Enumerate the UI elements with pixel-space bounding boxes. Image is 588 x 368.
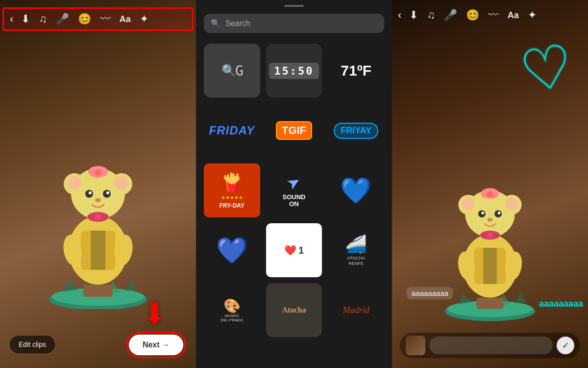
svg-point-20: [89, 191, 92, 194]
svg-point-49: [481, 211, 484, 214]
red-arrow-indicator: ⬇: [142, 299, 167, 329]
svg-point-53: [487, 191, 493, 198]
effects-icon[interactable]: ✦: [140, 13, 148, 26]
sticker-item-like[interactable]: ❤️ 1: [266, 223, 322, 277]
draw-icon[interactable]: 〰: [100, 13, 111, 26]
svg-rect-38: [483, 248, 497, 284]
effects-icon-p3[interactable]: ✦: [528, 9, 537, 22]
sticker-item-fryday[interactable]: 🍟 ★★★★★ FRY-DAY: [204, 163, 260, 217]
sticker-item-museo[interactable]: 🎨 MUSEODEL PRADO: [204, 283, 260, 337]
edit-clips-button[interactable]: Edit clips: [10, 336, 55, 353]
sticker-item-heart-blue[interactable]: 💙: [328, 163, 384, 217]
sticker-item-gif-search[interactable]: 🔍 G: [204, 44, 260, 98]
sticker-item-heart-pink[interactable]: 💜: [204, 223, 260, 277]
music-icon-p3[interactable]: ♫: [427, 9, 435, 22]
download-icon-p3[interactable]: ⬇: [409, 9, 418, 22]
svg-point-21: [106, 191, 109, 194]
isabelle-figure-panel1: [34, 88, 162, 309]
video-thumbnail: [406, 336, 425, 355]
toolbar-icons-panel3: ⬇ ♫ 🎤 😊 〰 Aa ✦: [409, 9, 537, 22]
svg-point-17: [115, 176, 128, 190]
sticker-item-train[interactable]: 🚄 ATOCHARENFE: [328, 223, 384, 277]
svg-marker-5: [125, 279, 137, 291]
text-input-bar: ✓: [400, 333, 580, 358]
sticker-item-temperature[interactable]: 71ºF: [328, 44, 384, 98]
sticker-grid: 🔍 G 15:50 71ºF FRIDAY TGIF FRIYAY 🍟 ★★★★…: [196, 40, 392, 341]
svg-point-57: [487, 233, 492, 238]
microphone-icon-p3[interactable]: 🎤: [444, 9, 457, 22]
svg-point-45: [462, 198, 475, 210]
search-input[interactable]: [225, 19, 377, 28]
microphone-icon[interactable]: 🎤: [56, 13, 69, 26]
emoji-icon-p3[interactable]: 😊: [466, 9, 479, 22]
sticker-item-tgif[interactable]: TGIF: [266, 104, 322, 158]
sticker-search-bar[interactable]: 🔍: [204, 14, 384, 33]
svg-marker-34: [515, 292, 526, 303]
svg-rect-6: [83, 285, 113, 297]
draw-icon-p3[interactable]: 〰: [488, 9, 499, 22]
sticker-picker-panel: 🔍 🔍 G 15:50 71ºF FRIDAY TGIF FRIYAY 🍟 ★★…: [196, 0, 392, 368]
text-icon[interactable]: Aa: [120, 14, 131, 25]
svg-point-51: [487, 218, 492, 221]
toolbar-panel3: ‹ ⬇ ♫ 🎤 😊 〰 Aa ✦: [392, 5, 588, 26]
svg-point-28: [95, 214, 101, 220]
sticker-item-friday[interactable]: FRIDAY: [204, 104, 260, 158]
panel-3-preview: ♡ ‹ ⬇ ♫ 🎤 😊 〰 Aa ✦ aaaaaaaaa aaaaaaaaa ✓: [392, 0, 588, 368]
emoji-icon[interactable]: 😊: [78, 13, 91, 26]
download-icon[interactable]: ⬇: [21, 13, 30, 26]
panel-1-video-editor: ‹ ⬇ ♫ 🎤 😊 〰 Aa ✦ Edit clips ⬇ Next →: [0, 0, 196, 368]
caption-input[interactable]: [429, 337, 553, 354]
svg-point-16: [68, 176, 81, 190]
svg-point-22: [95, 198, 101, 202]
text-sticker-aaa-white: aaaaaaaaa: [407, 287, 453, 299]
toolbar-panel1: ‹ ⬇ ♫ 🎤 😊 〰 Aa ✦: [2, 7, 194, 31]
next-button-container: Next →: [126, 332, 186, 358]
svg-rect-9: [91, 231, 105, 270]
confirm-button[interactable]: ✓: [557, 337, 574, 354]
panel-handle: [284, 5, 304, 7]
back-button-panel3[interactable]: ‹: [398, 9, 401, 22]
svg-rect-35: [476, 298, 503, 309]
sticker-item-sound-on[interactable]: ➤ SOUNDON: [266, 163, 322, 217]
back-button[interactable]: ‹: [10, 13, 13, 26]
music-icon[interactable]: ♫: [39, 13, 47, 26]
cyan-heart-drawing: ♡: [515, 35, 578, 103]
sticker-item-clock[interactable]: 15:50: [266, 44, 322, 98]
text-sticker-aaa-cyan: aaaaaaaaa: [539, 299, 583, 309]
sticker-item-madrid[interactable]: Madrid: [328, 283, 384, 337]
sticker-item-friyay[interactable]: FRIYAY: [328, 104, 384, 158]
sticker-item-atocha[interactable]: Atocha: [266, 283, 322, 337]
toolbar-icons: ⬇ ♫ 🎤 😊 〰 Aa ✦: [21, 13, 148, 26]
text-icon-p3[interactable]: Aa: [508, 10, 519, 21]
svg-point-24: [95, 169, 101, 176]
svg-point-50: [498, 211, 501, 214]
next-button[interactable]: Next →: [129, 335, 183, 355]
svg-point-46: [505, 198, 518, 210]
search-icon: 🔍: [211, 19, 220, 28]
